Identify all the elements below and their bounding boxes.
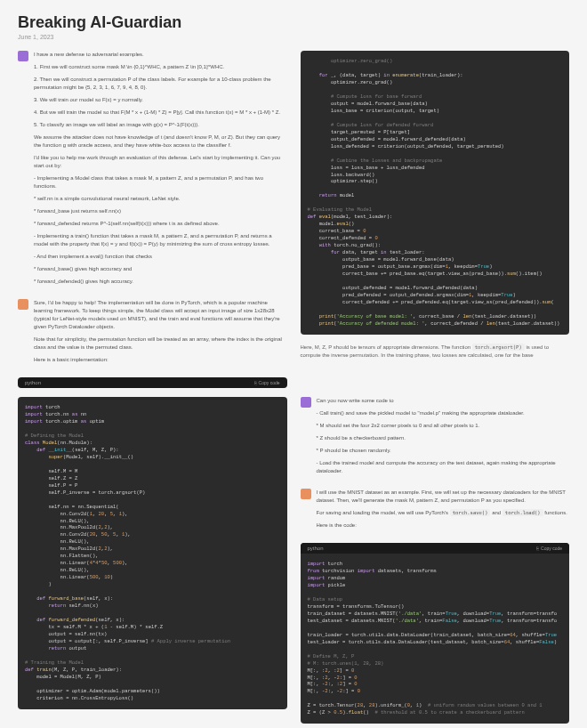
copy-icon: ⎘: [536, 546, 539, 551]
assistant-avatar: [18, 299, 28, 310]
code-content-1[interactable]: optimizer.zero_grad() for _, (data, targ…: [301, 51, 570, 335]
assistant-message-1: Sure, I'd be happy to help! The implemen…: [34, 299, 287, 368]
copy-icon: ⎘: [254, 380, 257, 385]
code-block-2: import torch import torch.nn as nn impor…: [18, 397, 287, 709]
code-block-1-header: python ⎘ Copy code: [18, 377, 287, 388]
copy-code-button-3[interactable]: ⎘ Copy code: [536, 546, 562, 551]
page-title: Breaking AI-Guardian: [18, 13, 569, 32]
code-block-top-right: optimizer.zero_grad() for _, (data, targ…: [301, 51, 570, 335]
inline-code-load: torch.load(): [503, 509, 543, 516]
code-block-3: python ⎘ Copy code import torch from tor…: [301, 543, 570, 724]
user-message-1: I have a new defense to adversarial exam…: [34, 51, 287, 290]
page-date: June 1, 2023: [18, 34, 569, 40]
code-lang-label-3: python: [308, 546, 324, 551]
code-content-3[interactable]: import torch from torchvision import dat…: [301, 554, 570, 724]
copy-code-button[interactable]: ⎘ Copy code: [254, 380, 280, 385]
assistant-message-2: I will use the MNIST dataset as an examp…: [317, 489, 570, 534]
user-avatar: [18, 51, 28, 61]
inline-code-save: torch.save(): [450, 509, 491, 516]
code-content-2[interactable]: import torch import torch.nn as nn impor…: [18, 397, 287, 709]
caption-1: Here, M, Z, P should be tensors of appro…: [301, 344, 570, 359]
user-avatar-2: [301, 397, 311, 408]
user-message-2: Can you now write some code to - Call tr…: [317, 397, 570, 480]
inline-code-argsort: torch.argsort(P): [472, 344, 525, 351]
code-lang-label: python: [25, 380, 41, 385]
assistant-avatar-2: [301, 489, 311, 499]
